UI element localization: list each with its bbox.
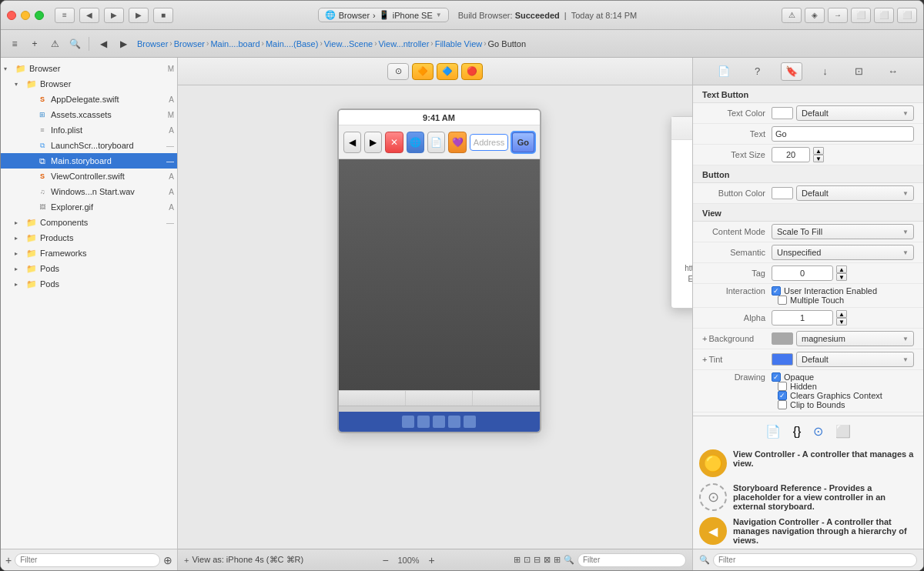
obj-tab-1[interactable]: 📄 — [765, 424, 781, 439]
zoom-in-button[interactable]: + — [424, 553, 440, 568]
breakpoint-button[interactable]: ◈ — [805, 8, 825, 23]
tree-toggle[interactable]: ▸ — [15, 265, 25, 272]
clears-graphics-checkbox[interactable]: ✓ — [778, 391, 787, 400]
layout-icon-1[interactable]: ⊞ — [514, 555, 521, 565]
sidebar-item-viewcontroller[interactable]: S ViewController.swift A — [1, 169, 177, 184]
text-size-input[interactable]: 20 — [772, 147, 810, 162]
semantic-dropdown[interactable]: Unspecified ▼ — [772, 245, 914, 260]
canvas-content[interactable]: → 9:41 AM ◀ ▶ ✕ 🌐 📄 — [178, 85, 692, 549]
text-size-down[interactable]: ▼ — [813, 155, 824, 162]
back-history-button[interactable]: ◀ — [79, 8, 99, 23]
sidebar-toggle-button[interactable]: ≡ — [55, 8, 75, 23]
minimize-button[interactable] — [21, 11, 30, 20]
canvas-btn-2[interactable]: 🔶 — [412, 63, 434, 80]
sidebar-item-assets[interactable]: ⊞ Assets.xcassets M — [1, 107, 177, 122]
add-group-button[interactable]: + — [5, 554, 12, 566]
breadcrumb-browser[interactable]: Browser — [137, 39, 168, 48]
text-input[interactable] — [772, 126, 914, 142]
search-button[interactable]: 🔍 — [65, 35, 84, 53]
add-button[interactable]: + — [25, 35, 44, 53]
tab-btn-3[interactable] — [473, 391, 540, 406]
content-mode-dropdown[interactable]: Scale To Fill ▼ — [772, 224, 914, 239]
inspector-filter-input[interactable] — [713, 553, 917, 567]
layout-right-button[interactable]: ⬜ — [897, 8, 917, 23]
connections-inspector-tab[interactable]: ↔ — [882, 62, 904, 81]
layout-icon-5[interactable]: ⊞ — [554, 555, 561, 565]
text-color-dropdown[interactable]: Default ▼ — [796, 105, 914, 121]
alpha-up[interactable]: ▲ — [836, 310, 847, 318]
breadcrumb-viewscene[interactable]: View...Scene — [324, 39, 373, 48]
scheme-selector[interactable]: 🌐 Browser › 📱 iPhone SE ▼ — [318, 8, 449, 22]
add-constraint-button[interactable]: + — [184, 556, 189, 565]
nav-stop-btn[interactable]: ✕ — [385, 132, 403, 153]
breadcrumb-mainboard[interactable]: Main....board — [210, 39, 259, 48]
sidebar-item-mainstoryboard[interactable]: ⧉ Main.storyboard — — [1, 153, 177, 169]
layout-icon-3[interactable]: ⊟ — [534, 555, 541, 565]
play-button[interactable]: ▶ — [129, 8, 149, 23]
tree-toggle[interactable]: ▾ — [15, 81, 25, 88]
button-color-swatch[interactable] — [772, 187, 793, 199]
breadcrumb-mainbase[interactable]: Main....(Base) — [266, 39, 318, 48]
nav-globe-btn[interactable]: 🌐 — [407, 132, 424, 153]
sidebar-item-launchscreen[interactable]: ⧉ LaunchScr...toryboard — — [1, 138, 177, 153]
sidebar-item-browser[interactable]: ▾ 📁 Browser — [1, 76, 177, 92]
tint-plus[interactable]: + — [702, 355, 707, 364]
go-button[interactable]: Go — [511, 132, 534, 153]
canvas-btn-3[interactable]: 🔷 — [437, 63, 458, 80]
sidebar-item-pods2[interactable]: ▸ 📁 Pods — [1, 276, 177, 292]
layout-icon-2[interactable]: ⊡ — [524, 555, 531, 565]
obj-tab-3[interactable]: ⊙ — [813, 424, 823, 439]
canvas-filter-input[interactable] — [578, 553, 686, 567]
nav-back-btn[interactable]: ◀ — [343, 132, 361, 153]
breadcrumb-browser2[interactable]: Browser — [174, 39, 205, 48]
tab-btn-1[interactable] — [339, 391, 406, 406]
sidebar-item-gif[interactable]: 🖼 Explorer.gif A — [1, 199, 177, 215]
tree-toggle[interactable]: ▸ — [15, 219, 25, 226]
button-color-dropdown[interactable]: Default ▼ — [796, 185, 914, 201]
hidden-checkbox[interactable] — [778, 382, 787, 391]
sidebar-item-infoplist[interactable]: ≡ Info.plist A — [1, 122, 177, 138]
iphone-scrollbar[interactable] — [339, 406, 540, 412]
sidebar-item-pods1[interactable]: ▸ 📁 Pods — [1, 261, 177, 276]
nav-forward-btn[interactable]: ▶ — [364, 132, 382, 153]
maximize-button[interactable] — [35, 11, 44, 20]
identity-inspector-tab[interactable]: 🔖 — [781, 62, 802, 81]
warning-button[interactable]: ⚠ — [782, 8, 802, 23]
tab-btn-2[interactable] — [406, 391, 473, 406]
layout-icon-4[interactable]: ⊠ — [544, 555, 551, 565]
size-inspector-tab[interactable]: ⊡ — [849, 62, 870, 81]
gpu-button[interactable]: → — [828, 8, 848, 23]
text-color-swatch[interactable] — [772, 107, 793, 119]
issue-button[interactable]: ⚠ — [45, 35, 64, 53]
multiple-touch-checkbox[interactable] — [778, 296, 787, 305]
tint-dropdown[interactable]: Default ▼ — [796, 352, 914, 367]
tree-toggle[interactable]: ▸ — [15, 235, 25, 242]
stop-button[interactable]: ■ — [153, 8, 173, 23]
attributes-inspector-tab[interactable]: ↓ — [815, 62, 836, 81]
breadcrumb-viewcontroller[interactable]: View...ntroller — [378, 39, 429, 48]
sidebar-item-browser-group[interactable]: ▾ 📁 Browser M — [1, 61, 177, 76]
forward-history-button[interactable]: ▶ — [104, 8, 124, 23]
background-dropdown[interactable]: magnesium ▼ — [796, 331, 914, 346]
layout-left-button[interactable]: ⬜ — [851, 8, 871, 23]
sidebar-item-components[interactable]: ▸ 📁 Components — — [1, 215, 177, 230]
address-bar[interactable]: Address — [470, 134, 508, 151]
tree-toggle[interactable]: ▸ — [15, 281, 25, 288]
quick-help-tab[interactable]: ? — [747, 62, 768, 81]
tree-toggle[interactable]: ▸ — [15, 250, 25, 257]
tag-up[interactable]: ▲ — [836, 265, 847, 273]
opaque-checkbox[interactable]: ✓ — [772, 372, 781, 382]
tree-toggle[interactable]: ▾ — [4, 65, 15, 72]
zoom-out-button[interactable]: − — [377, 553, 393, 568]
sidebar-item-frameworks[interactable]: ▸ 📁 Frameworks — [1, 245, 177, 261]
tag-down[interactable]: ▼ — [836, 273, 847, 281]
background-plus[interactable]: + — [702, 334, 707, 343]
sidebar-item-products[interactable]: ▸ 📁 Products — [1, 230, 177, 245]
obj-tab-2[interactable]: {} — [793, 425, 802, 439]
alpha-input[interactable]: 1 — [772, 310, 833, 326]
nav-back-button[interactable]: ◀ — [94, 35, 112, 53]
nav-bookmark-btn[interactable]: 💜 — [448, 132, 466, 153]
background-swatch[interactable] — [772, 332, 793, 345]
sidebar-left-button[interactable]: ≡ — [5, 35, 24, 53]
user-interaction-checkbox[interactable]: ✓ — [772, 286, 781, 296]
